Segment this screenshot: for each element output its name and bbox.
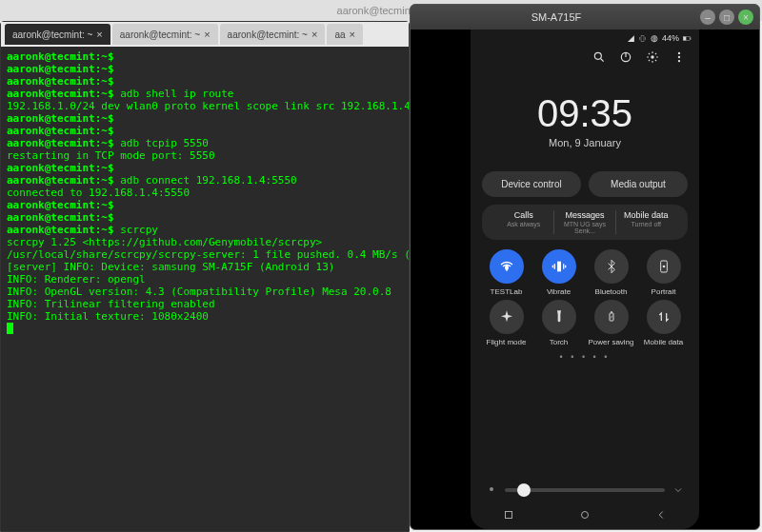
terminal-line: aaronk@tecmint:~$ adb connect 192.168.1.… (7, 174, 403, 187)
qs-tile-label: Portrait (639, 287, 688, 296)
android-status-bar: ◢ ◍ 44% (471, 30, 699, 47)
terminal-line: aaronk@tecmint:~$ adb tcpip 5550 (7, 137, 403, 149)
qs-grid: TESTLabVibrateBluetoothPortraitFlight mo… (471, 240, 699, 350)
qs-tile-label: Vibrate (534, 287, 583, 296)
brightness-thumb[interactable] (517, 483, 531, 497)
terminal-line: INFO: OpenGL version: 4.3 (Compatibility… (7, 286, 403, 298)
info-cell[interactable]: MessagesMTN UG says Senk... (554, 205, 614, 240)
window-maximize-button[interactable]: □ (719, 10, 734, 25)
portrait-icon (647, 249, 681, 284)
search-icon[interactable] (592, 50, 606, 64)
clock-date: Mon, 9 January (471, 137, 699, 148)
tab-close-icon[interactable]: × (96, 29, 102, 40)
terminal-line: aaronk@tecmint:~$ (7, 63, 403, 75)
tab-close-icon[interactable]: × (204, 29, 210, 40)
terminal-tab[interactable]: aaronk@tecmint: ~ × (112, 24, 218, 45)
qs-header (471, 47, 699, 71)
terminal-tabbar: aaronk@tecmint: ~ ×aaronk@tecmint: ~ ×aa… (1, 22, 409, 47)
back-button[interactable] (654, 508, 668, 522)
svg-point-17 (582, 512, 589, 519)
svg-point-10 (678, 60, 680, 62)
qs-tile-airplane[interactable]: Flight mode (482, 300, 531, 346)
tab-label: aaronk@tecmint: ~ (228, 30, 308, 40)
terminal-line: aaronk@tecmint:~$ adb shell ip route (7, 88, 403, 100)
svg-rect-14 (611, 311, 612, 313)
recents-button[interactable] (502, 508, 515, 522)
terminal-line: aaronk@tecmint:~$ (7, 112, 403, 125)
power-icon (594, 300, 629, 334)
terminal-line: scrcpy 1.25 <https://github.com/Genymobi… (7, 236, 403, 248)
terminal-line: connected to 192.168.1.4:5550 (7, 187, 403, 199)
svg-rect-1 (683, 36, 686, 40)
qs-tile-wifi[interactable]: TESTLab (482, 249, 531, 296)
phone-content: ◢ ◍ 44% 09:35 Mon, 9 January Device cont… (411, 30, 759, 529)
window-close-button[interactable]: × (738, 10, 753, 25)
scrcpy-title: SM-A715F (416, 11, 696, 23)
clock-time: 09:35 (471, 92, 699, 135)
terminal-line: 192.168.1.0/24 dev wlan0 proto kernel sc… (7, 100, 403, 112)
svg-line-4 (601, 59, 604, 62)
brightness-track[interactable] (505, 488, 665, 492)
signal-icon: ◢ (628, 33, 634, 43)
qs-pill[interactable]: Device control (482, 171, 581, 197)
tab-close-icon[interactable]: × (311, 29, 317, 40)
wifi-status-icon: ◍ (651, 33, 658, 43)
terminal-line: restarting in TCP mode port: 5550 (7, 149, 403, 162)
scrcpy-window: SM-A715F – □ × ◢ ◍ 44% 09:35 Mon, 9 Janu… (410, 4, 760, 530)
battery-icon (683, 34, 692, 43)
terminal-tab[interactable]: aaronk@tecmint: ~ × (5, 24, 110, 45)
more-icon[interactable] (672, 50, 686, 64)
svg-point-8 (678, 52, 680, 54)
info-subtitle: Turned off (618, 221, 674, 227)
qs-pill[interactable]: Media output (589, 171, 688, 197)
info-row[interactable]: CallsAsk alwaysMessagesMTN UG says Senk.… (482, 205, 688, 240)
terminal-line: aaronk@tecmint:~$ (7, 50, 403, 63)
terminal-tab[interactable]: aa × (327, 24, 363, 45)
terminal-tab[interactable]: aaronk@tecmint: ~ × (220, 24, 326, 45)
info-cell[interactable]: CallsAsk always (493, 205, 553, 240)
battery-percent: 44% (662, 33, 679, 43)
settings-icon[interactable] (646, 50, 659, 64)
qs-tile-portrait[interactable]: Portrait (639, 249, 688, 296)
info-title: Messages (556, 210, 612, 220)
qs-tile-torch[interactable]: Torch (534, 300, 583, 346)
mobiledata-icon (647, 300, 681, 334)
svg-rect-2 (691, 37, 692, 39)
home-button[interactable] (578, 508, 592, 522)
qs-tile-mobiledata[interactable]: Mobile data (639, 300, 688, 346)
tab-close-icon[interactable]: × (350, 29, 355, 40)
wifi-icon (490, 249, 524, 284)
terminal-line: aaronk@tecmint:~$ (7, 162, 403, 174)
terminal-line: INFO: Initial texture: 1080x2400 (7, 310, 403, 323)
svg-point-3 (594, 52, 601, 59)
info-cell[interactable]: Mobile dataTurned off (616, 205, 676, 240)
tab-label: aaronk@tecmint: ~ (12, 30, 92, 40)
brightness-expand-icon[interactable] (672, 484, 684, 496)
page-dots: • • • • • (471, 352, 699, 362)
scrcpy-titlebar[interactable]: SM-A715F – □ × (411, 5, 759, 30)
svg-point-15 (490, 487, 493, 491)
qs-tile-label: TESTLab (482, 287, 531, 296)
window-minimize-button[interactable]: – (700, 10, 715, 25)
qs-tile-label: Torch (534, 338, 583, 346)
terminal-body[interactable]: aaronk@tecmint:~$ aaronk@tecmint:~$ aaro… (1, 47, 409, 531)
phone-screen[interactable]: ◢ ◍ 44% 09:35 Mon, 9 January Device cont… (471, 30, 699, 529)
terminal-line: aaronk@tecmint:~$ (7, 199, 403, 211)
brightness-low-icon (486, 482, 497, 499)
qs-tile-vibrate[interactable]: Vibrate (534, 249, 583, 296)
terminal-line: aaronk@tecmint:~$ (7, 75, 403, 88)
svg-point-12 (662, 266, 665, 268)
qs-tile-power[interactable]: Power saving (587, 300, 635, 346)
vibrate-icon (542, 249, 576, 284)
svg-rect-16 (506, 512, 512, 519)
brightness-slider[interactable] (471, 474, 699, 502)
qs-tile-bluetooth[interactable]: Bluetooth (587, 249, 635, 296)
terminal-line: INFO: Trilinear filtering enabled (7, 298, 403, 310)
airplane-icon (490, 300, 524, 334)
vibrate-status-icon (638, 34, 647, 43)
tab-label: aaronk@tecmint: ~ (120, 30, 200, 40)
terminal-line: /usr/local/share/scrcpy/scrcpy-server: 1… (7, 248, 403, 261)
terminal-window: aaronk@tecmint: ~ ×aaronk@tecmint: ~ ×aa… (0, 21, 410, 532)
power-icon[interactable] (619, 50, 632, 64)
tab-label: aa (334, 30, 345, 40)
